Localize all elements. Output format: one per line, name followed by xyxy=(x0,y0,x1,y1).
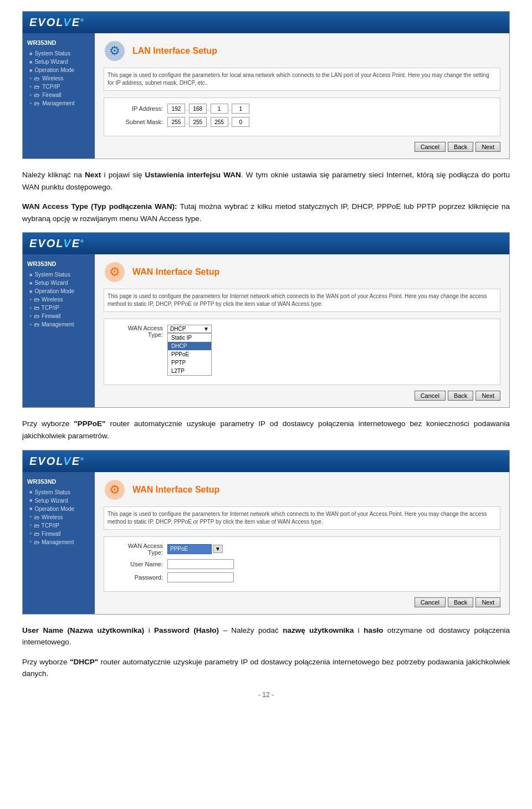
sidebar-item-system-status-3[interactable]: ■ System Status xyxy=(23,488,95,496)
sidebar-item-system-status-1[interactable]: ■ System Status xyxy=(23,49,95,58)
folder-icon-img-4: 🗁 xyxy=(34,100,40,106)
back-button-2[interactable]: Back xyxy=(448,391,473,401)
sidebar-item-operation-mode-2[interactable]: ■ Operation Mode xyxy=(23,287,95,295)
page-desc-1: This page is used to configure the param… xyxy=(104,68,500,91)
wan-option-pppoe[interactable]: PPPoE xyxy=(168,350,211,359)
next-button-3[interactable]: Next xyxy=(475,597,500,607)
sidebar-item-management-3[interactable]: + 🗁 Management xyxy=(23,538,95,546)
svg-text:⚙: ⚙ xyxy=(109,483,120,496)
wan-selected-value: DHCP xyxy=(170,326,186,332)
subnet-octet-3[interactable] xyxy=(211,117,228,127)
back-button-1[interactable]: Back xyxy=(448,142,473,152)
cancel-button-2[interactable]: Cancel xyxy=(415,391,446,401)
svg-text:⚙: ⚙ xyxy=(109,44,120,58)
folder-icon-4: + xyxy=(29,101,32,106)
ip-octet-3[interactable] xyxy=(211,104,228,114)
router-body-2: WR353ND ■ System Status ■ Setup Wizard ■… xyxy=(23,254,509,407)
pppoe-value-display[interactable] xyxy=(167,544,212,554)
sidebar-item-management-2[interactable]: + 🗁 Management xyxy=(23,320,95,329)
wan-pppoe-buttons: Cancel Back Next xyxy=(104,597,500,607)
wan-option-staticip[interactable]: Static IP xyxy=(168,334,211,342)
sidebar-item-operation-mode-1[interactable]: ■ Operation Mode xyxy=(23,66,95,74)
wan-access-type-row: WAN Access Type: DHCP ▼ Static IP DHCP P… xyxy=(113,325,491,376)
sidebar-item-firewall-2[interactable]: + 🗁 Firewall xyxy=(23,312,95,320)
sidebar-item-firewall-3[interactable]: + 🗁 Firewall xyxy=(23,530,95,538)
sidebar-title-3: WR353ND xyxy=(23,477,95,488)
ip-octet-2[interactable] xyxy=(189,104,207,114)
wan-option-pptp[interactable]: PPTP xyxy=(168,359,211,367)
password-label: Password: xyxy=(113,574,163,581)
footer-page-number: - 12 - xyxy=(22,691,510,704)
subnet-octet-4[interactable] xyxy=(232,117,249,127)
text-block-3: Przy wyborze "PPPoE" router automatyczni… xyxy=(22,418,510,442)
page-header-1: ⚙ LAN Interface Setup xyxy=(104,40,500,62)
sidebar-2: WR353ND ■ System Status ■ Setup Wizard ■… xyxy=(23,254,95,407)
page-title-3: WAN Interface Setup xyxy=(132,485,219,495)
sidebar-item-tcpip-2[interactable]: + 🗁 TCP/IP xyxy=(23,304,95,312)
ip-address-label: IP Address: xyxy=(113,105,163,112)
sidebar-item-firewall-1[interactable]: + 🗁 Firewall xyxy=(23,91,95,99)
sidebar-title-1: WR353ND xyxy=(23,38,95,49)
text-block-5: Przy wyborze "DHCP" router automatycznie… xyxy=(22,656,510,680)
folder-icon-img-1: 🗁 xyxy=(34,75,40,81)
evolve-logo-2: EVOLVE® xyxy=(29,237,85,250)
sidebar-item-setup-wizard-3[interactable]: ■ Setup Wizard xyxy=(23,496,95,505)
sidebar-item-tcpip-3[interactable]: + 🗁 TCP/IP xyxy=(23,521,95,530)
wan-access-type-pppoe-row: WAN Access Type: ▼ xyxy=(113,542,491,556)
evolve-logo-3: EVOLVE® xyxy=(29,455,85,468)
ip-octet-4[interactable] xyxy=(232,104,249,114)
page-icon-1: ■ xyxy=(29,51,32,57)
wan-access-type-pppoe-label: WAN Access Type: xyxy=(113,542,163,556)
next-button-1[interactable]: Next xyxy=(475,142,500,152)
password-row: Password: xyxy=(113,572,491,582)
router-body-3: WR353ND ■ System Status ■ Setup Wizard ■… xyxy=(23,472,509,614)
next-button-2[interactable]: Next xyxy=(475,391,500,401)
page-header-2: ⚙ WAN Interface Setup xyxy=(104,261,500,283)
subnet-mask-inputs: . . . xyxy=(167,117,249,127)
page-wrapper: EVOLVE® WR353ND ■ System Status ■ Setup … xyxy=(0,0,532,721)
pppoe-select-container: ▼ xyxy=(167,544,223,554)
router-header-1: EVOLVE® xyxy=(23,12,509,33)
sidebar-item-wireless-3[interactable]: + 🗁 Wireless xyxy=(23,513,95,521)
username-row: User Name: xyxy=(113,559,491,569)
page-icon-2: ■ xyxy=(29,59,32,65)
text-block-1: Należy kliknąć na Next i pojawi się Usta… xyxy=(22,169,510,193)
wan-form-dhcp: WAN Access Type: DHCP ▼ Static IP DHCP P… xyxy=(104,319,500,385)
sidebar-item-setup-wizard-1[interactable]: ■ Setup Wizard xyxy=(23,58,95,66)
evolve-logo-1: EVOLVE® xyxy=(29,16,85,29)
sidebar-item-system-status-2[interactable]: ■ System Status xyxy=(23,270,95,279)
text-block-2: WAN Access Type (Typ podłączenia WAN): T… xyxy=(22,201,510,224)
page-title-1: LAN Interface Setup xyxy=(132,46,217,56)
wan-pppoe-panel: EVOLVE® WR353ND ■ System Status ■ Setup … xyxy=(22,450,510,615)
ip-address-inputs: . . . xyxy=(167,104,249,114)
pppoe-dropdown-arrow-icon[interactable]: ▼ xyxy=(213,545,223,553)
sidebar-item-tcpip-1[interactable]: + 🗁 TCP/IP xyxy=(23,83,95,91)
cancel-button-1[interactable]: Cancel xyxy=(415,142,446,152)
wan-option-dhcp[interactable]: DHCP xyxy=(168,342,211,350)
gear-wrench-icon-3: ⚙ xyxy=(104,479,126,501)
sidebar-item-wireless-2[interactable]: + 🗁 Wireless xyxy=(23,295,95,304)
sidebar-3: WR353ND ■ System Status ■ Setup Wizard ■… xyxy=(23,472,95,614)
folder-icon-2: + xyxy=(29,84,32,90)
router-header-2: EVOLVE® xyxy=(23,233,509,254)
gear-wrench-icon-1: ⚙ xyxy=(104,40,126,62)
password-input[interactable] xyxy=(167,572,234,582)
back-button-3[interactable]: Back xyxy=(448,597,473,607)
sidebar-1: WR353ND ■ System Status ■ Setup Wizard ■… xyxy=(23,33,95,158)
subnet-octet-2[interactable] xyxy=(189,117,207,127)
ip-octet-1[interactable] xyxy=(167,104,185,114)
subnet-octet-1[interactable] xyxy=(167,117,185,127)
lan-form: IP Address: . . . Subnet Mask: xyxy=(104,98,500,136)
cancel-button-3[interactable]: Cancel xyxy=(415,597,446,607)
wan-dropdown-selected[interactable]: DHCP ▼ xyxy=(167,325,212,333)
sidebar-item-management-1[interactable]: + 🗁 Management xyxy=(23,99,95,107)
gear-wrench-icon-2: ⚙ xyxy=(104,261,126,283)
wan-option-l2tp[interactable]: L2TP xyxy=(168,367,211,375)
sidebar-item-setup-wizard-2[interactable]: ■ Setup Wizard xyxy=(23,279,95,287)
page-header-3: ⚙ WAN Interface Setup xyxy=(104,479,500,501)
username-input[interactable] xyxy=(167,559,234,569)
sidebar-item-wireless-1[interactable]: + 🗁 Wireless xyxy=(23,74,95,83)
folder-icon-1: + xyxy=(29,76,32,81)
wan-dropdown-container: DHCP ▼ Static IP DHCP PPPoE PPTP L2TP xyxy=(167,325,212,376)
sidebar-item-operation-mode-3[interactable]: ■ Operation Mode xyxy=(23,505,95,513)
